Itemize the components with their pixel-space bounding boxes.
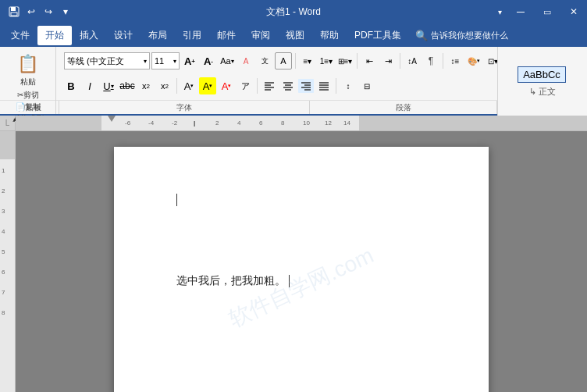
- numbering-button[interactable]: 1≡▾: [318, 52, 335, 69]
- svg-rect-1: [11, 7, 16, 11]
- ribbon: 📋 粘贴 ✂剪切 📄复制 🖌格式刷 等线 (中文正文 ▾: [0, 47, 587, 116]
- menu-layout[interactable]: 布局: [141, 26, 175, 45]
- ruler-dark-top: [0, 131, 15, 159]
- columns-button[interactable]: ⊟: [358, 77, 375, 94]
- menu-bar: 文件 开始 插入 设计 布局 引用 邮件 审阅 视图 帮助 PDF工具集 🔍 告…: [0, 23, 587, 47]
- multilevel-list-button[interactable]: ⊞≡▾: [336, 52, 354, 69]
- menu-pdf[interactable]: PDF工具集: [347, 26, 409, 45]
- menu-help[interactable]: 帮助: [312, 26, 347, 45]
- separator-3: [400, 53, 400, 69]
- document-page[interactable]: 软件自学网.com 选中我后，把我加粗。: [114, 147, 489, 392]
- cut-button[interactable]: ✂剪切: [17, 90, 39, 101]
- font-color-button[interactable]: A▾: [218, 77, 235, 94]
- doc-main: 1 2 3 4 5 6 7 8 软件自学网.com: [0, 131, 587, 392]
- text-effect-button[interactable]: A▾: [180, 77, 197, 94]
- doc-text-span: 选中我后，把我加粗。: [176, 274, 286, 287]
- separator-7: [257, 78, 258, 94]
- separator-8: [336, 78, 336, 94]
- decrease-font-button[interactable]: A-: [200, 52, 217, 69]
- separator-6: [176, 78, 177, 94]
- increase-font-button[interactable]: A+: [181, 52, 198, 69]
- restore-button[interactable]: ▭: [534, 0, 560, 23]
- text-highlight-color-button[interactable]: A▾: [199, 77, 216, 94]
- phonetic-guide-button[interactable]: ア: [237, 77, 254, 94]
- undo-button[interactable]: ↩: [23, 4, 39, 20]
- font-size-dropdown[interactable]: 11 ▾: [151, 52, 180, 69]
- menu-view[interactable]: 视图: [278, 26, 312, 45]
- close-button[interactable]: ✕: [560, 0, 587, 23]
- show-marks-button[interactable]: ¶: [422, 52, 439, 69]
- italic-button[interactable]: I: [81, 77, 98, 94]
- decrease-indent-button[interactable]: ⇤: [361, 52, 378, 69]
- change-case-button[interactable]: Aa▾: [219, 52, 236, 69]
- tab-stop-marker: [108, 116, 116, 122]
- line-spacing-button[interactable]: ↕≡: [446, 52, 464, 69]
- document-area: L -6 -4 -2 | 2 4 6 8 10: [0, 116, 587, 392]
- text-highlight-button[interactable]: A: [237, 52, 254, 69]
- align-right-button[interactable]: [298, 79, 314, 93]
- copy-button[interactable]: 📄复制: [16, 102, 41, 112]
- menu-design[interactable]: 设计: [106, 26, 141, 45]
- redo-button[interactable]: ↪: [41, 4, 56, 20]
- ribbon-row-1: 📋 粘贴 ✂剪切 📄复制 🖌格式刷 等线 (中文正文 ▾: [0, 47, 587, 73]
- align-left-button[interactable]: [261, 77, 278, 94]
- menu-home[interactable]: 开始: [37, 26, 72, 45]
- justify-button[interactable]: [315, 77, 333, 94]
- cursor-marker-top: [176, 194, 177, 206]
- tell-me-search[interactable]: 🔍 告诉我你想要做什么: [415, 30, 508, 41]
- separator-1: [295, 53, 296, 69]
- svg-rect-2: [11, 12, 17, 16]
- wubi-button[interactable]: 文: [256, 52, 273, 69]
- document-scroll-area[interactable]: 软件自学网.com 选中我后，把我加粗。: [16, 131, 587, 392]
- clipboard-group: 📋 粘贴 ✂剪切 📄复制 🖌格式刷: [0, 47, 56, 114]
- subscript-button[interactable]: x2: [137, 77, 155, 94]
- font-label: 字体: [59, 101, 310, 114]
- sort-button[interactable]: ↕A: [404, 52, 421, 69]
- ribbon-toggle[interactable]: ▾: [492, 4, 507, 20]
- style-normal-button[interactable]: AaBbCc: [518, 66, 566, 83]
- menu-mailings[interactable]: 邮件: [209, 26, 244, 45]
- minimize-button[interactable]: ─: [507, 0, 534, 23]
- horizontal-ruler: -6 -4 -2 | 2 4 6 8 10 12 14: [16, 116, 587, 131]
- save-button[interactable]: [6, 4, 22, 20]
- font-name-dropdown[interactable]: 等线 (中文正文 ▾: [64, 52, 150, 69]
- underline-button[interactable]: U▾: [100, 77, 117, 94]
- menu-references[interactable]: 引用: [175, 26, 209, 45]
- align-center-button[interactable]: [279, 77, 297, 94]
- document-content[interactable]: 选中我后，把我加粗。: [176, 271, 426, 290]
- line-spacing-2-button[interactable]: ↕: [340, 77, 357, 94]
- vertical-ruler: 1 2 3 4 5 6 7 8: [0, 131, 16, 392]
- font-name-chevron: ▾: [144, 58, 147, 65]
- styles-gallery: AaBbCc ↳ 正文: [497, 47, 587, 117]
- bold-button[interactable]: B: [62, 77, 80, 94]
- style-normal-label[interactable]: ↳ 正文: [529, 86, 556, 98]
- menu-insert[interactable]: 插入: [72, 26, 106, 45]
- shading-button[interactable]: 🎨▾: [465, 52, 482, 69]
- strikethrough-button[interactable]: abc: [119, 77, 136, 94]
- quick-access-toolbar: ↩ ↪ ▾: [0, 4, 80, 20]
- separator-4: [443, 53, 443, 69]
- document-title: 文档1 - Word: [266, 6, 321, 17]
- paste-button[interactable]: 📋 粘贴: [16, 52, 41, 87]
- font-size-chevron: ▾: [173, 58, 176, 65]
- ruler-light: 1 2 3 4 5 6 7 8: [0, 159, 15, 392]
- app-window: ↩ ↪ ▾ 文档1 - Word ▾ ─ ▭ ✕ 文件 开始 插入 设计 布局 …: [0, 0, 587, 392]
- menu-review[interactable]: 审阅: [244, 26, 278, 45]
- svg-rect-3: [16, 7, 17, 9]
- text-border-button[interactable]: A: [275, 52, 292, 69]
- menu-file[interactable]: 文件: [3, 26, 37, 45]
- bullets-button[interactable]: ≡▾: [299, 52, 316, 69]
- ruler-row: L -6 -4 -2 | 2 4 6 8 10: [0, 116, 587, 131]
- text-cursor: [289, 275, 290, 287]
- superscript-button[interactable]: x2: [156, 77, 173, 94]
- title-bar: ↩ ↪ ▾ 文档1 - Word ▾ ─ ▭ ✕: [0, 0, 587, 23]
- quick-access-more[interactable]: ▾: [58, 4, 73, 20]
- increase-indent-button[interactable]: ⇥: [379, 52, 397, 69]
- font-controls: 等线 (中文正文 ▾ 11 ▾ A+ A- Aa▾ A 文 A: [64, 52, 525, 69]
- separator-2: [357, 53, 358, 69]
- paragraph-label: 段落: [310, 101, 497, 114]
